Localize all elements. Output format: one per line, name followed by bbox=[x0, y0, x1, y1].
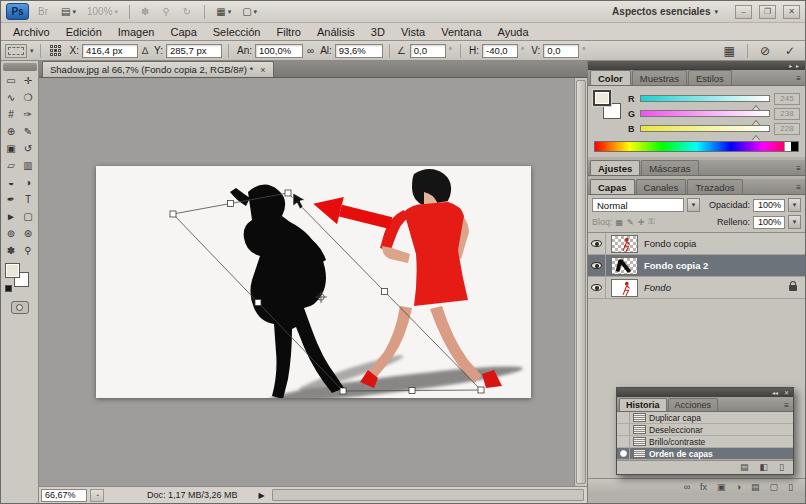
layer-row-fondo-copia-2[interactable]: Fondo copia 2 bbox=[588, 255, 805, 277]
tab-ajustes[interactable]: Ajustes bbox=[590, 160, 640, 175]
tab-acciones[interactable]: Acciones bbox=[668, 398, 719, 411]
delete-state-icon[interactable]: ▯ bbox=[779, 463, 784, 472]
opacity-field[interactable]: 100% bbox=[753, 199, 785, 212]
status-menu-arrow-icon[interactable]: ▶ bbox=[259, 491, 265, 500]
collapse-icons[interactable]: ◂◂ bbox=[772, 389, 778, 396]
menu-item[interactable]: Ayuda bbox=[490, 24, 537, 40]
menu-item[interactable]: Filtro bbox=[268, 24, 308, 40]
toolbox-grip[interactable] bbox=[3, 63, 37, 71]
panel-menu-icon[interactable]: ≡ bbox=[796, 183, 801, 192]
zoom-percentage-field[interactable]: 66,67% bbox=[41, 489, 87, 502]
menu-item[interactable]: Capa bbox=[162, 24, 204, 40]
default-colors-icon[interactable] bbox=[5, 285, 12, 292]
photo-document[interactable] bbox=[96, 166, 531, 398]
menu-item[interactable]: Análisis bbox=[309, 24, 363, 40]
horizontal-scrollbar[interactable] bbox=[272, 489, 584, 501]
delete-layer-icon[interactable]: ▯ bbox=[788, 483, 793, 492]
chevron-down-icon[interactable]: ▼ bbox=[788, 198, 801, 212]
layer-thumbnail[interactable] bbox=[611, 279, 638, 297]
tool-shape[interactable]: ▢ bbox=[20, 208, 37, 225]
tool-lasso[interactable]: ∿ bbox=[3, 89, 20, 106]
menu-item[interactable]: Selección bbox=[205, 24, 269, 40]
blend-mode-select[interactable]: Normal bbox=[592, 198, 684, 212]
red-value[interactable]: 245 bbox=[774, 93, 800, 105]
lock-all-icon[interactable]: ⚿ bbox=[648, 217, 654, 227]
canvas-area[interactable] bbox=[39, 78, 587, 486]
hand-tool-icon[interactable]: ✽ bbox=[137, 4, 155, 20]
tool-3d-rotate[interactable]: ⊚ bbox=[3, 225, 20, 242]
tab-trazados[interactable]: Trazados bbox=[687, 179, 742, 194]
new-snapshot-icon[interactable]: ◧ bbox=[760, 463, 769, 472]
minimize-button[interactable]: – bbox=[735, 5, 752, 19]
height-scale-field[interactable]: 93,6% bbox=[335, 44, 383, 58]
layer-row-fondo[interactable]: Fondo bbox=[588, 277, 805, 299]
tool-hand[interactable]: ✽ bbox=[3, 242, 20, 259]
arrange-documents-icon[interactable]: ▦▾ bbox=[212, 4, 235, 20]
tab-historia[interactable]: Historia bbox=[619, 398, 667, 411]
warp-mode-button[interactable]: ▦ bbox=[724, 44, 735, 58]
menu-item[interactable]: Archivo bbox=[5, 24, 58, 40]
tool-healing-brush[interactable]: ⊕ bbox=[3, 123, 20, 140]
tool-brush[interactable]: ✎ bbox=[20, 123, 37, 140]
add-mask-icon[interactable]: ▣ bbox=[717, 483, 726, 492]
tool-clone-stamp[interactable]: ▣ bbox=[3, 140, 20, 157]
red-slider[interactable] bbox=[640, 95, 770, 102]
green-slider[interactable] bbox=[640, 110, 770, 117]
menu-item[interactable]: Vista bbox=[393, 24, 433, 40]
reference-point-locator[interactable] bbox=[50, 45, 62, 57]
history-state[interactable]: Deseleccionar bbox=[617, 424, 793, 436]
group-layers-icon[interactable]: ▤ bbox=[751, 483, 760, 492]
workspace-switcher[interactable]: Aspectos esenciales ▾ bbox=[612, 6, 728, 17]
tool-eyedropper[interactable]: ✑ bbox=[20, 106, 37, 123]
tool-zoom[interactable]: ⚲ bbox=[20, 242, 37, 259]
close-icon[interactable]: ✕ bbox=[784, 389, 789, 396]
tab-muestras[interactable]: Muestras bbox=[632, 70, 687, 85]
chevron-down-icon[interactable]: ▼ bbox=[687, 198, 700, 212]
green-value[interactable]: 238 bbox=[774, 108, 800, 120]
menu-item[interactable]: Imagen bbox=[110, 24, 163, 40]
launch-bridge-icon[interactable]: Br bbox=[34, 4, 54, 20]
panel-menu-icon[interactable]: ≡ bbox=[796, 164, 801, 173]
new-document-from-state-icon[interactable]: ▤ bbox=[740, 463, 749, 472]
history-state-selected[interactable]: Orden de capas bbox=[617, 448, 793, 460]
tab-color[interactable]: Color bbox=[590, 70, 631, 85]
tool-eraser[interactable]: ▱ bbox=[3, 157, 20, 174]
history-source-checkbox[interactable] bbox=[617, 424, 630, 435]
width-scale-field[interactable]: 100,0% bbox=[255, 44, 303, 58]
blue-slider[interactable] bbox=[640, 125, 770, 132]
history-source-checkbox[interactable] bbox=[617, 412, 630, 423]
tab-capas[interactable]: Capas bbox=[590, 179, 635, 194]
tool-3d-orbit[interactable]: ⊛ bbox=[20, 225, 37, 242]
status-options-icon[interactable]: ◔ bbox=[90, 489, 104, 502]
tool-history-brush[interactable]: ↺ bbox=[20, 140, 37, 157]
history-state[interactable]: Brillo/contraste bbox=[617, 436, 793, 448]
blue-value[interactable]: 228 bbox=[774, 123, 800, 135]
tab-canales[interactable]: Canales bbox=[636, 179, 687, 194]
history-state[interactable]: Duplicar capa bbox=[617, 412, 793, 424]
quick-mask-button[interactable] bbox=[11, 301, 29, 314]
menu-item[interactable]: Edición bbox=[58, 24, 110, 40]
foreground-color-swatch[interactable] bbox=[5, 263, 20, 278]
history-source-checkbox[interactable] bbox=[617, 436, 630, 447]
document-tab[interactable]: Shadow.jpg al 66,7% (Fondo copia 2, RGB/… bbox=[42, 61, 274, 77]
menu-item[interactable]: 3D bbox=[363, 24, 393, 40]
panel-menu-icon[interactable]: ≡ bbox=[796, 74, 801, 83]
link-dimensions-icon[interactable]: ∞ bbox=[307, 45, 314, 56]
tool-move[interactable]: ✛ bbox=[20, 72, 37, 89]
commit-transform-button[interactable]: ✓ bbox=[785, 44, 795, 58]
tool-rectangular-marquee[interactable]: ▭ bbox=[3, 72, 20, 89]
horizontal-skew-field[interactable]: -40,0 bbox=[482, 44, 518, 58]
lock-pixels-icon[interactable]: ✎ bbox=[627, 218, 634, 227]
vertical-skew-field[interactable]: 0,0 bbox=[543, 44, 579, 58]
cancel-transform-button[interactable]: ⊘ bbox=[760, 44, 770, 58]
layer-thumbnail[interactable] bbox=[611, 235, 638, 253]
tool-path-selection[interactable]: ► bbox=[3, 208, 20, 225]
color-spectrum-ramp[interactable] bbox=[594, 141, 799, 152]
screen-mode-icon[interactable]: ▢▾ bbox=[238, 4, 261, 20]
visibility-toggle[interactable] bbox=[588, 277, 606, 298]
layer-style-icon[interactable]: fx bbox=[700, 483, 707, 492]
relative-position-icon[interactable]: ∆ bbox=[142, 45, 148, 56]
y-position-field[interactable]: 285,7 px bbox=[166, 44, 222, 58]
view-extras-icon[interactable]: ▤▾ bbox=[57, 4, 80, 20]
rotate-view-icon[interactable]: ↻ bbox=[179, 4, 197, 20]
